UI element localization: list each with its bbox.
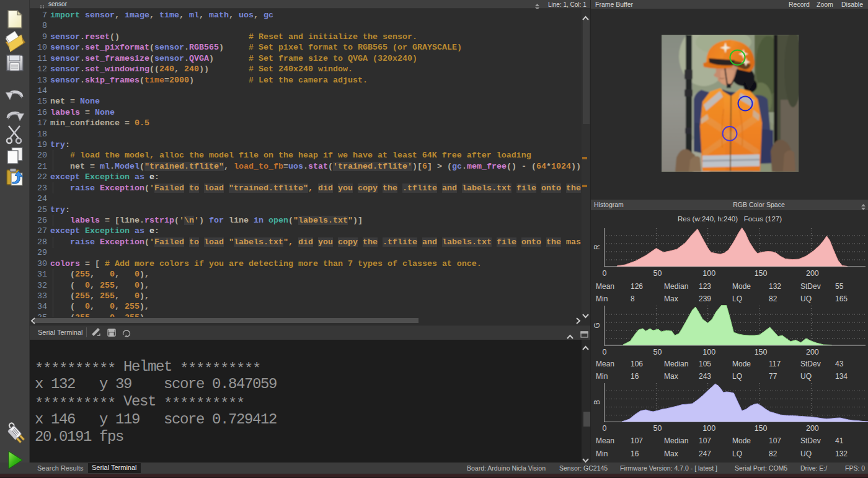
svg-text:G: G	[593, 322, 601, 328]
svg-text:200: 200	[806, 348, 819, 356]
svg-text:R: R	[593, 244, 601, 250]
svg-text:100: 100	[702, 424, 715, 433]
svg-text:150: 150	[755, 269, 768, 278]
svg-text:150: 150	[755, 424, 768, 433]
svg-text:0: 0	[603, 348, 607, 356]
svg-text:100: 100	[702, 269, 715, 278]
svg-text:100: 100	[702, 348, 715, 356]
svg-text:0: 0	[603, 424, 607, 433]
svg-text:B: B	[593, 400, 601, 405]
svg-text:150: 150	[755, 348, 768, 356]
svg-text:200: 200	[806, 269, 819, 278]
svg-text:50: 50	[653, 424, 662, 433]
svg-text:0: 0	[603, 269, 607, 278]
svg-text:50: 50	[653, 269, 662, 278]
svg-text:50: 50	[653, 348, 662, 356]
svg-text:200: 200	[806, 424, 819, 433]
